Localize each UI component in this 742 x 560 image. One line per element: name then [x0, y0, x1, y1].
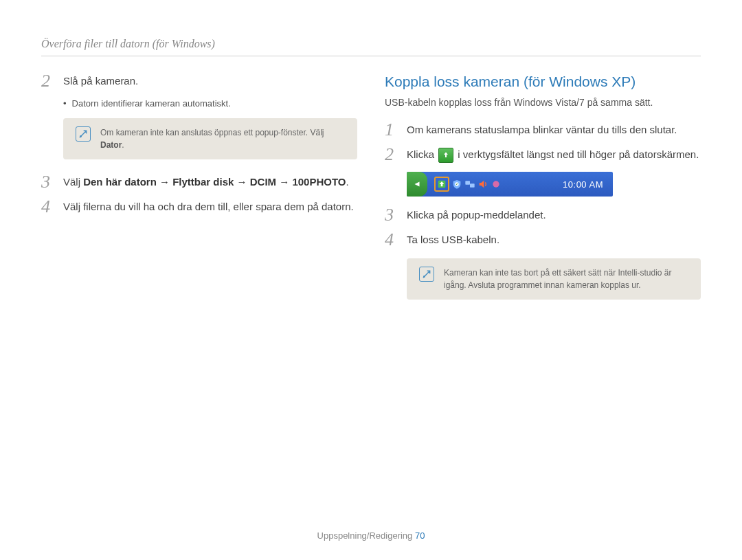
step-number: 3 [41, 173, 55, 191]
section-subtext: USB-kabeln kopplas loss från Windows Vis… [385, 96, 701, 110]
footer-section: Uppspelning/Redigering [317, 530, 413, 541]
step-text: Om kamerans statuslampa blinkar väntar d… [407, 122, 701, 138]
step-r1: 1 Om kamerans statuslampa blinkar väntar… [385, 122, 701, 139]
step-3: 3 Välj Den här datorn → Flyttbar disk → … [41, 175, 357, 191]
system-tray [430, 173, 506, 195]
step-4: 4 Välj filerna du vill ha och dra dem ti… [41, 199, 357, 216]
step-number: 2 [385, 146, 398, 164]
step-number: 2 [41, 72, 55, 90]
step-text: Ta loss USB-kabeln. [407, 232, 701, 248]
left-column: 2 Slå på kameran. Datorn identifierar ka… [41, 74, 357, 315]
page-footer: Uppspelning/Redigering 70 [0, 530, 742, 541]
safely-remove-icon [438, 148, 453, 163]
note-box-left: Om kameran inte kan anslutas öppnas ett … [63, 118, 357, 159]
step-2: 2 Slå på kameran. [41, 74, 357, 90]
note-text: Kameran kan inte tas bort på ett säkert … [444, 267, 688, 291]
taskbar-clock: 10:00 AM [553, 179, 613, 190]
network-tray-icon [464, 179, 475, 190]
step-r3: 3 Klicka på popup-meddelandet. [385, 208, 701, 224]
shield-tray-icon [451, 179, 462, 190]
svg-point-0 [80, 136, 82, 137]
step-text: Välj Den här datorn → Flyttbar disk → DC… [63, 175, 357, 190]
content-columns: 2 Slå på kameran. Datorn identifierar ka… [41, 74, 701, 315]
step-text: Klicka på popup-meddelandet. [407, 208, 701, 223]
section-heading: Koppla loss kameran (för Windows XP) [385, 74, 701, 90]
page-header: Överföra filer till datorn (för Windows) [41, 38, 701, 56]
step-number: 4 [41, 198, 55, 216]
step-number: 4 [385, 231, 398, 249]
step-number: 3 [385, 206, 398, 224]
step-2-bullet: Datorn identifierar kameran automatiskt. [63, 98, 357, 109]
volume-tray-icon [477, 179, 488, 190]
step-number: 1 [385, 121, 398, 139]
step-r2: 2 Klicka i verktygsfältet längst ned til… [385, 147, 701, 164]
start-button [407, 172, 427, 197]
note-icon [76, 126, 91, 142]
windows-taskbar: 10:00 AM [407, 172, 613, 197]
svg-rect-4 [470, 183, 475, 187]
svg-point-6 [424, 276, 425, 278]
note-box-right: Kameran kan inte tas bort på ett säkert … [407, 258, 701, 300]
note-icon [419, 267, 434, 282]
step-text: Slå på kameran. [63, 74, 357, 89]
step-text: Välj filerna du vill ha och dra dem till… [63, 199, 357, 215]
page-number: 70 [415, 530, 425, 541]
tray-highlight [434, 177, 449, 192]
misc-tray-icon [491, 179, 502, 190]
note-text: Om kameran inte kan anslutas öppnas ett … [100, 126, 345, 151]
svg-point-5 [493, 181, 499, 187]
step-text: Klicka i verktygsfältet längst ned till … [407, 147, 701, 163]
svg-rect-3 [465, 181, 470, 184]
safely-remove-tray-icon [436, 179, 447, 190]
step-r4: 4 Ta loss USB-kabeln. [385, 232, 701, 249]
breadcrumb-text: Överföra filer till datorn (för Windows) [41, 38, 215, 49]
right-column: Koppla loss kameran (för Windows XP) USB… [385, 74, 701, 315]
